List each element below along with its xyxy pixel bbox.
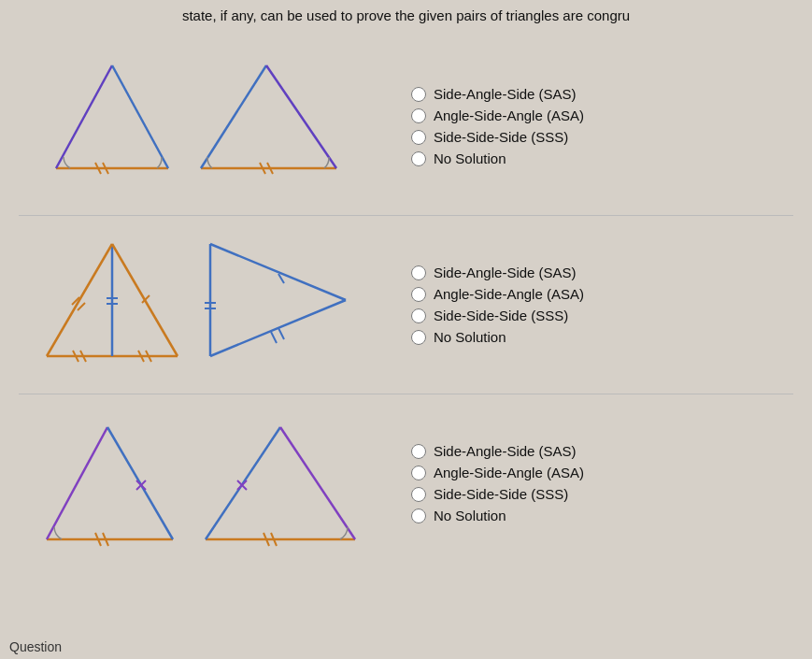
svg-line-23 bbox=[210, 300, 346, 356]
option-sss-1[interactable]: Side-Side-Side (SSS) bbox=[411, 129, 812, 145]
question-row-1: Side-Angle-Side (SAS) Angle-Side-Angle (… bbox=[0, 37, 812, 215]
option-asa-3[interactable]: Angle-Side-Angle (ASA) bbox=[411, 465, 812, 480]
option-nosol-2[interactable]: No Solution bbox=[411, 329, 812, 345]
option-label-sas-1: Side-Angle-Side (SAS) bbox=[434, 86, 577, 102]
option-sas-3[interactable]: Side-Angle-Side (SAS) bbox=[411, 443, 812, 459]
svg-line-32 bbox=[47, 427, 107, 539]
option-nosol-1[interactable]: No Solution bbox=[411, 150, 812, 166]
option-label-nosol-2: No Solution bbox=[434, 329, 506, 345]
option-asa-2[interactable]: Angle-Side-Angle (ASA) bbox=[411, 286, 812, 302]
radio-sas-1[interactable] bbox=[411, 87, 426, 102]
option-sss-3[interactable]: Side-Side-Side (SSS) bbox=[411, 486, 812, 502]
option-label-sss-1: Side-Side-Side (SSS) bbox=[434, 129, 568, 145]
radio-sas-2[interactable] bbox=[411, 265, 426, 280]
options-area-2: Side-Angle-Side (SAS) Angle-Side-Angle (… bbox=[383, 265, 812, 345]
option-label-sss-2: Side-Side-Side (SSS) bbox=[434, 308, 568, 323]
radio-asa-2[interactable] bbox=[411, 287, 426, 302]
main-content: Side-Angle-Side (SAS) Angle-Side-Angle (… bbox=[0, 0, 812, 572]
svg-line-12 bbox=[47, 244, 112, 356]
option-label-nosol-1: No Solution bbox=[434, 150, 506, 166]
svg-line-1 bbox=[56, 65, 112, 168]
option-sss-2[interactable]: Side-Side-Side (SSS) bbox=[411, 308, 812, 323]
option-label-nosol-3: No Solution bbox=[434, 508, 506, 523]
radio-sss-2[interactable] bbox=[411, 308, 426, 323]
question-label: Question bbox=[9, 639, 62, 654]
triangle-diagram-1 bbox=[28, 47, 383, 206]
svg-line-7 bbox=[266, 65, 336, 168]
option-asa-1[interactable]: Angle-Side-Angle (ASA) bbox=[411, 107, 812, 123]
triangle-diagram-2 bbox=[28, 225, 383, 384]
option-label-asa-2: Angle-Side-Angle (ASA) bbox=[434, 286, 584, 302]
radio-sss-3[interactable] bbox=[411, 487, 426, 502]
svg-line-29 bbox=[271, 332, 277, 343]
radio-nosol-1[interactable] bbox=[411, 151, 426, 166]
question-row-2: Side-Angle-Side (SAS) Angle-Side-Angle (… bbox=[0, 216, 812, 394]
radio-asa-3[interactable] bbox=[411, 466, 426, 480]
options-area-1: Side-Angle-Side (SAS) Angle-Side-Angle (… bbox=[383, 86, 812, 166]
svg-line-30 bbox=[278, 328, 284, 339]
radio-nosol-3[interactable] bbox=[411, 509, 426, 523]
svg-line-40 bbox=[280, 427, 355, 539]
svg-line-25 bbox=[210, 244, 346, 300]
svg-line-6 bbox=[201, 65, 266, 168]
radio-sas-3[interactable] bbox=[411, 444, 426, 459]
option-label-asa-1: Angle-Side-Angle (ASA) bbox=[434, 107, 584, 123]
radio-sss-1[interactable] bbox=[411, 130, 426, 145]
options-area-3: Side-Angle-Side (SAS) Angle-Side-Angle (… bbox=[383, 443, 812, 523]
header-text: state, if any, can be used to prove the … bbox=[0, 7, 812, 23]
option-nosol-3[interactable]: No Solution bbox=[411, 508, 812, 523]
option-sas-1[interactable]: Side-Angle-Side (SAS) bbox=[411, 86, 812, 102]
question-row-3: Side-Angle-Side (SAS) Angle-Side-Angle (… bbox=[0, 394, 812, 572]
option-sas-2[interactable]: Side-Angle-Side (SAS) bbox=[411, 265, 812, 280]
svg-line-2 bbox=[112, 65, 168, 168]
option-label-sas-2: Side-Angle-Side (SAS) bbox=[434, 265, 577, 280]
radio-asa-1[interactable] bbox=[411, 108, 426, 123]
option-label-sss-3: Side-Side-Side (SSS) bbox=[434, 486, 568, 502]
option-label-asa-3: Angle-Side-Angle (ASA) bbox=[434, 465, 584, 480]
option-label-sas-3: Side-Angle-Side (SAS) bbox=[434, 443, 577, 459]
svg-line-15 bbox=[78, 303, 85, 310]
radio-nosol-2[interactable] bbox=[411, 330, 426, 345]
triangle-diagram-3 bbox=[28, 404, 383, 563]
